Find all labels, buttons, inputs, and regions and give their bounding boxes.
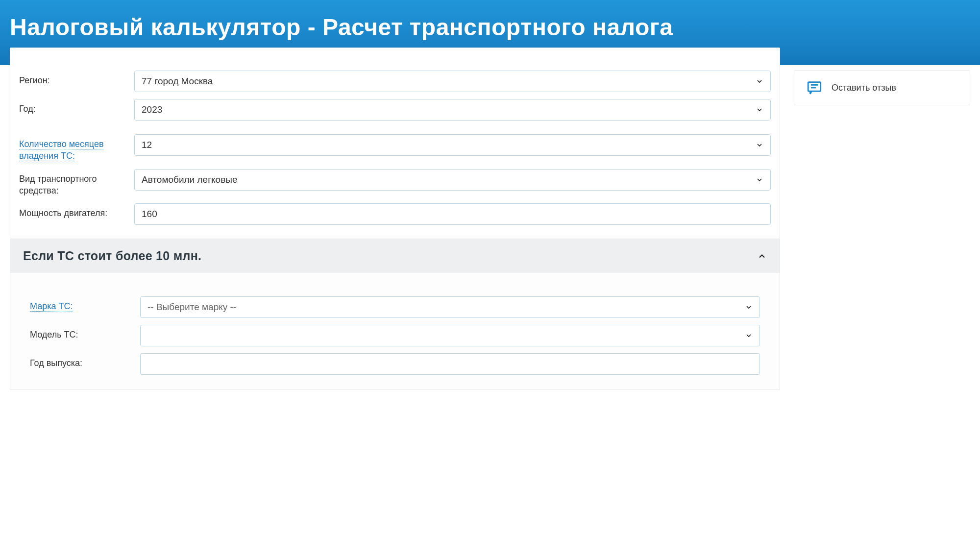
- row-brand: Марка ТС: -- Выберите марку --: [30, 296, 760, 318]
- label-months[interactable]: Количество месяцев владения ТС:: [19, 134, 134, 162]
- engine-power-input[interactable]: 160: [134, 203, 771, 225]
- label-region: Регион:: [19, 71, 134, 86]
- region-select[interactable]: 77 город Москва: [134, 71, 771, 92]
- chevron-up-icon: [757, 251, 767, 261]
- months-select[interactable]: 12: [134, 134, 771, 156]
- row-months: Количество месяцев владения ТС: 12: [19, 134, 771, 162]
- form-group-basic: Регион: 77 город Москва Год:: [10, 71, 780, 134]
- row-region: Регион: 77 город Москва: [19, 71, 771, 92]
- brand-select[interactable]: -- Выберите марку --: [140, 296, 760, 318]
- row-engine-power: Мощность двигателя: 160: [19, 203, 771, 225]
- row-prod-year: Год выпуска:: [30, 353, 760, 375]
- prod-year-input[interactable]: [140, 353, 760, 375]
- accordion-body: Марка ТС: -- Выберите марку --: [10, 273, 780, 389]
- chevron-down-icon: [756, 106, 763, 114]
- year-select-value: 2023: [142, 104, 162, 115]
- chevron-down-icon: [756, 141, 763, 149]
- region-select-value: 77 город Москва: [142, 76, 213, 87]
- engine-power-value: 160: [142, 209, 157, 219]
- accordion-expensive-vehicle: Если ТС стоит более 10 млн. Марка ТС: --…: [10, 239, 780, 389]
- brand-select-placeholder: -- Выберите марку --: [147, 302, 236, 313]
- accordion-toggle[interactable]: Если ТС стоит более 10 млн.: [10, 239, 780, 273]
- chevron-down-icon: [745, 332, 753, 340]
- label-model: Модель ТС:: [30, 325, 140, 340]
- vehicle-type-select[interactable]: Автомобили легковые: [134, 169, 771, 191]
- feedback-card[interactable]: Оставить отзыв: [794, 70, 970, 105]
- label-prod-year: Год выпуска:: [30, 353, 140, 369]
- months-select-value: 12: [142, 140, 152, 150]
- model-select[interactable]: [140, 325, 760, 346]
- svg-rect-0: [808, 82, 821, 91]
- calculator-form-card: Регион: 77 город Москва Год:: [10, 48, 780, 390]
- row-model: Модель ТС:: [30, 325, 760, 346]
- chevron-down-icon: [756, 176, 763, 184]
- year-select[interactable]: 2023: [134, 99, 771, 121]
- chevron-down-icon: [745, 303, 753, 311]
- chevron-down-icon: [756, 77, 763, 85]
- feedback-text: Оставить отзыв: [832, 83, 896, 93]
- label-vehicle-type: Вид транспортного средства:: [19, 169, 134, 197]
- label-engine-power: Мощность двигателя:: [19, 203, 134, 219]
- feedback-icon: [806, 79, 823, 96]
- form-group-vehicle: Количество месяцев владения ТС: 12: [10, 134, 780, 239]
- row-vehicle-type: Вид транспортного средства: Автомобили л…: [19, 169, 771, 197]
- row-year: Год: 2023: [19, 99, 771, 121]
- label-year: Год:: [19, 99, 134, 115]
- page-title: Налоговый калькулятор - Расчет транспорт…: [10, 14, 970, 41]
- label-brand[interactable]: Марка ТС:: [30, 296, 140, 312]
- vehicle-type-select-value: Автомобили легковые: [142, 174, 238, 185]
- page-content: Регион: 77 город Москва Год:: [0, 48, 980, 390]
- accordion-title: Если ТС стоит более 10 млн.: [23, 249, 201, 263]
